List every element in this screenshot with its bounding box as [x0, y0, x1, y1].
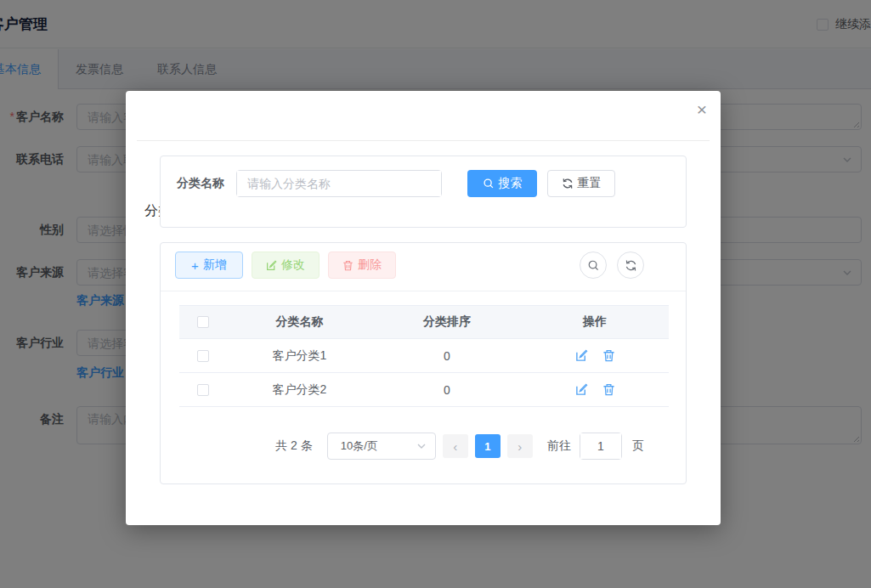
category-table: 分类名称 分类排序 操作 客户分类1 0 客户分类2 0 [179, 305, 669, 407]
table-row: 客户分类1 0 [179, 339, 669, 373]
table-tools [580, 252, 644, 279]
refresh-icon [562, 178, 574, 189]
edit-icon [266, 260, 277, 271]
page-unit-label: 页 [632, 438, 644, 454]
category-name-label: 分类名称 [177, 176, 224, 191]
trash-icon [342, 260, 353, 271]
next-page-button[interactable]: › [507, 434, 533, 458]
chevron-right-icon: › [518, 439, 522, 454]
goto-page-field[interactable] [580, 433, 622, 460]
table-panel: + 新增 修改 删除 分类名称 分类排 [160, 242, 687, 484]
cell-category-sort: 0 [373, 383, 521, 397]
row-edit-button[interactable] [575, 349, 588, 362]
table-refresh-button[interactable] [617, 252, 644, 279]
table-row: 客户分类2 0 [179, 373, 669, 407]
trash-icon [602, 383, 615, 396]
category-name-input[interactable] [237, 171, 441, 196]
dialog-header-divider [137, 140, 710, 141]
edit-icon [575, 383, 588, 396]
page-size-select[interactable]: 10条/页 [327, 433, 436, 460]
cell-category-sort: 0 [373, 349, 521, 363]
table-header-row: 分类名称 分类排序 操作 [179, 305, 669, 339]
row-checkbox[interactable] [197, 384, 209, 396]
plus-icon: + [191, 258, 199, 273]
column-header-ops: 操作 [521, 314, 669, 330]
cell-category-name: 客户分类2 [226, 382, 373, 398]
pagination: 共 2 条 10条/页 ‹ 1 › 前往 页 [161, 433, 686, 460]
search-icon [587, 259, 600, 272]
goto-label: 前往 [547, 438, 571, 454]
refresh-icon [625, 259, 637, 272]
row-edit-button[interactable] [575, 383, 588, 396]
table-toolbar: + 新增 修改 删除 [175, 252, 396, 279]
row-delete-button[interactable] [602, 349, 615, 362]
search-button[interactable]: 搜索 [467, 170, 537, 197]
cell-category-name: 客户分类1 [226, 348, 373, 364]
row-delete-button[interactable] [602, 383, 615, 396]
pagination-total: 共 2 条 [275, 438, 313, 454]
chevron-left-icon: ‹ [453, 439, 457, 454]
column-header-name: 分类名称 [226, 314, 373, 330]
trash-icon [602, 349, 615, 362]
category-name-field[interactable] [236, 170, 442, 197]
search-panel: 分类名称 搜索 重置 [160, 155, 687, 228]
add-button[interactable]: + 新增 [175, 252, 243, 279]
goto-page-input[interactable] [580, 433, 621, 459]
category-settings-dialog: × 分类设置 分类名称 搜索 重置 + 新增 [126, 91, 721, 525]
prev-page-button[interactable]: ‹ [443, 434, 468, 458]
delete-button[interactable]: 删除 [328, 252, 396, 279]
chevron-down-icon [416, 441, 427, 451]
column-header-sort: 分类排序 [373, 314, 521, 330]
table-search-button[interactable] [580, 252, 607, 279]
reset-button[interactable]: 重置 [547, 170, 615, 197]
row-checkbox[interactable] [197, 350, 209, 362]
page-number-button[interactable]: 1 [475, 434, 501, 458]
edit-icon [575, 349, 588, 362]
close-icon[interactable]: × [697, 100, 707, 118]
search-icon [483, 178, 495, 189]
edit-button[interactable]: 修改 [252, 252, 320, 279]
select-all-checkbox[interactable] [197, 316, 209, 328]
toolbar-divider [161, 291, 686, 291]
